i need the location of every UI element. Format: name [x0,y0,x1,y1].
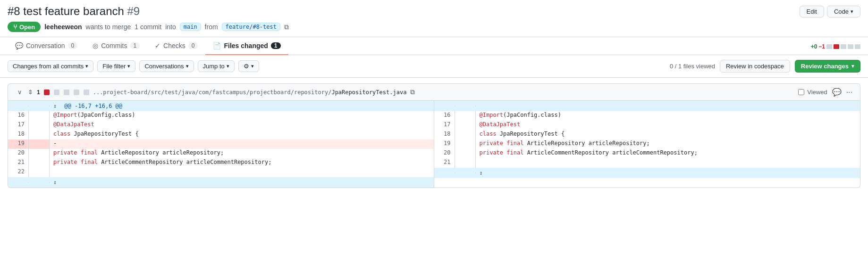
diff-color-box2 [54,90,59,95]
code-line-20-right: private final ArticleCommentRepository a… [476,149,860,158]
diff-color-box3 [64,90,69,95]
diff-left-row-18: 18 class JpaRepositoryTest { [8,130,434,139]
hunk-header-right-text [476,106,483,106]
diff-right-row-16: 16 @Import(JpaConfig.class) [434,111,860,121]
base-branch-tag[interactable]: main [180,23,201,31]
line-num-20-left2 [29,149,50,158]
review-changes-button[interactable]: Review changes ▾ [795,60,860,73]
chevron-down-icon: ▾ [186,63,189,69]
expand-icon-right2 [455,172,476,173]
line-num-18-right: 18 [434,130,455,139]
viewed-input[interactable] [798,89,804,95]
chevron-down-icon: ▾ [851,8,853,15]
review-in-codespace-button[interactable]: Review in codespace [720,60,790,73]
line-num-empty-right [434,106,455,106]
line-num-21-right: 21 [434,158,455,168]
diff-right-row-19: 19 private final ArticleRepository artic… [434,139,860,149]
diff-expand-right[interactable]: ↕ [434,168,860,178]
comment-discussion-icon: 💬 [15,42,23,49]
file-filter-dropdown[interactable]: File filter ▾ [97,60,135,72]
code-button[interactable]: Code ▾ [827,6,860,17]
code-line-18-left: class JpaRepositoryTest { [50,130,434,139]
line-num-21-right2 [455,158,476,168]
diff-bar-empty2 [841,44,846,49]
pr-title: #8 test feature baranch #9 [8,5,140,18]
expand-dots-icon: ↕ [50,179,60,186]
chevron-down-icon: ▾ [227,63,229,69]
diff-left-side: ↕ @@ -16,7 +16,6 @@ 16 @Import(JpaConfig… [8,101,434,188]
diff-color-box5 [84,90,89,95]
code-line-17-left: @DataJpaTest [50,121,434,130]
edit-button[interactable]: Edit [800,6,824,17]
tab-files-changed[interactable]: 📄 Files changed 1 [205,37,288,55]
diff-color-box4 [74,90,79,95]
copy-path-button[interactable]: ⧉ [410,88,415,96]
checks-count: 0 [188,42,198,49]
line-num-17-left: 17 [8,121,29,130]
line-num-19-left2 [29,139,50,149]
copy-branch-icon[interactable]: ⧉ [284,23,289,31]
settings-dropdown[interactable]: ⚙ ▾ [238,60,259,72]
file-header: ∨ ⇕ 1 ...project-board/src/test/java/com… [8,83,860,101]
diff-right-row-21: 21 [434,158,860,168]
conversation-count: 0 [68,42,78,49]
conversations-dropdown[interactable]: Conversations ▾ [139,60,194,72]
merge-icon: ⑂ [13,23,17,31]
line-num-17-right2 [455,121,476,130]
code-line-20-left: private final ArticleRepository articleR… [50,149,434,158]
file-path-name: JpaRepositoryTest.java [331,89,406,96]
code-line-19-left: - [50,139,434,149]
files-count: 1 [271,42,281,49]
commits-count: 1 [130,42,140,49]
diff-left-row-17: 17 @DataJpaTest [8,121,434,130]
line-num-empty-left2 [29,106,50,106]
diff-left-row-22: 22 [8,168,434,177]
line-num-16-left2 [29,111,50,121]
line-num-20-right: 20 [434,149,455,158]
diff-right-row-20: 20 private final ArticleCommentRepositor… [434,149,860,158]
gear-icon: ⚙ [244,63,249,70]
diff-hunk-left: ↕ @@ -16,7 +16,6 @@ [8,101,434,111]
commits-icon: ◎ [93,42,98,49]
pr-from: from [205,23,218,31]
code-line-16-right: @Import(JpaConfig.class) [476,111,860,121]
diff-left-row-19: 19 - [8,139,434,149]
diff-split-view: ↕ @@ -16,7 +16,6 @@ 16 @Import(JpaConfig… [8,101,860,188]
line-num-19-right2 [455,139,476,149]
line-num-empty-right2 [455,106,476,106]
collapse-file-button[interactable]: ∨ [16,89,24,96]
diff-expand-left[interactable]: ↕ [8,177,434,188]
expand-icon-right [434,172,455,173]
line-num-17-left2 [29,121,50,130]
diff-left-row-21: 21 private final ArticleCommentRepositor… [8,158,434,168]
line-num-17-right: 17 [434,121,455,130]
file-path-prefix: ...project-board/src/test/java/com/fastc… [93,89,332,96]
chevron-down-icon: ▾ [851,63,854,69]
pr-meta: ⑂ Open leeheeweon wants to merge 1 commi… [0,20,868,37]
line-num-empty-left [8,106,29,106]
line-num-19-right: 19 [434,139,455,149]
line-num-20-right2 [455,149,476,158]
tabs-bar: 💬 Conversation 0 ◎ Commits 1 ✓ Checks 0 … [0,37,868,55]
tab-conversation[interactable]: 💬 Conversation 0 [8,37,85,55]
tab-checks[interactable]: ✓ Checks 0 [147,37,205,55]
more-options-button[interactable]: ··· [846,88,852,97]
diff-right-row-17: 17 @DataJpaTest [434,121,860,130]
pr-action: wants to merge [86,23,131,31]
head-branch-tag[interactable]: feature/#8-test [222,23,280,31]
file-path: ...project-board/src/test/java/com/fastc… [93,89,407,96]
viewed-checkbox[interactable]: Viewed [798,89,827,96]
hunk-header-text: @@ -16,7 +16,6 @@ [60,102,126,110]
line-num-16-right2 [455,111,476,121]
jump-to-dropdown[interactable]: Jump to ▾ [198,60,235,72]
pr-author: leeheeweon [44,23,82,31]
line-num-21-left2 [29,158,50,168]
code-line-21-left: private final ArticleCommentRepository a… [50,158,434,168]
tab-commits[interactable]: ◎ Commits 1 [85,37,147,55]
comment-file-button[interactable]: 💬 [832,88,842,97]
changes-from-dropdown[interactable]: Changes from all commits ▾ [8,60,93,72]
diff-left-row-20: 20 private final ArticleRepository artic… [8,149,434,158]
line-num-20-left: 20 [8,149,29,158]
diff-minus: −1 [818,43,825,50]
code-line-16-left: @Import(JpaConfig.class) [50,111,434,121]
